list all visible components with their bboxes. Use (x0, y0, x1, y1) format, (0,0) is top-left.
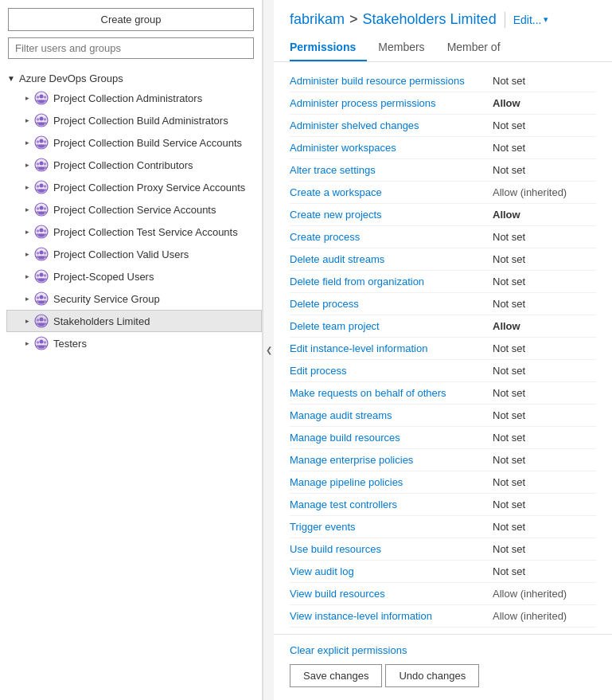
left-panel: Create group ▼ Azure DevOps Groups ▸ (0, 0, 263, 700)
perm-name[interactable]: Manage test controllers (290, 499, 493, 510)
undo-changes-button[interactable]: Undo changes (385, 664, 479, 687)
perm-row: Administer build resource permissionsNot… (290, 70, 596, 92)
perm-name[interactable]: Manage build resources (290, 432, 493, 444)
svg-point-86 (44, 319, 47, 322)
tree-item-pcba[interactable]: ▸ Project Collection Build Administrator… (6, 109, 262, 131)
perm-name[interactable]: Manage audit streams (290, 409, 493, 421)
tabs-row: PermissionsMembersMember of (290, 36, 596, 61)
perm-name[interactable]: Delete team project (290, 320, 493, 332)
edit-chevron-icon: ▾ (544, 14, 548, 25)
svg-point-62 (44, 252, 47, 255)
svg-point-30 (44, 162, 47, 166)
perm-name[interactable]: Administer build resource permissions (290, 75, 493, 87)
perm-row: Manage audit streamsNot set (290, 405, 596, 427)
group-icon (34, 247, 49, 261)
svg-point-39 (43, 189, 48, 191)
create-group-button[interactable]: Create group (8, 8, 254, 31)
group-icon (34, 291, 49, 306)
breadcrumb-separator: > (349, 11, 358, 28)
perm-row: Administer workspacesNot set (290, 137, 596, 159)
perm-value: Not set (493, 387, 596, 399)
perm-name[interactable]: Manage enterprise policies (290, 454, 493, 466)
permissions-area: Administer build resource permissionsNot… (274, 62, 612, 634)
tab-permissions[interactable]: Permissions (290, 36, 367, 61)
tab-memberof[interactable]: Member of (447, 36, 512, 61)
tree-item-pca[interactable]: ▸ Project Collection Administrators (6, 87, 262, 109)
perm-row: Manage test controllersNot set (290, 494, 596, 516)
perm-row: Manage enterprise policiesNot set (290, 449, 596, 471)
edit-button[interactable]: Edit... ▾ (513, 14, 549, 26)
perm-row: Delete processNot set (290, 293, 596, 315)
perm-name[interactable]: Delete process (290, 298, 493, 310)
perm-row: Delete team projectAllow (290, 315, 596, 338)
perm-name[interactable]: View build resources (290, 588, 493, 600)
svg-point-42 (40, 206, 44, 210)
group-icon (34, 135, 49, 150)
svg-point-18 (40, 139, 44, 143)
svg-point-21 (36, 144, 41, 147)
breadcrumb-parent[interactable]: fabrikam (290, 11, 345, 28)
perm-name[interactable]: Create process (290, 231, 493, 243)
perm-name[interactable]: Administer shelved changes (290, 119, 493, 131)
tree-item-sl[interactable]: ▸ Stakeholders Limited (6, 310, 262, 332)
tree-item-pcsa[interactable]: ▸ Project Collection Service Accounts (6, 198, 262, 221)
breadcrumb-current[interactable]: Stakeholders Limited (363, 11, 497, 28)
svg-point-38 (44, 185, 47, 188)
perm-name[interactable]: Delete audit streams (290, 253, 493, 265)
perm-name[interactable]: Administer process permissions (290, 97, 493, 109)
group-icon (34, 314, 49, 328)
svg-point-93 (36, 345, 41, 347)
item-chevron-icon: ▸ (23, 339, 31, 347)
collapse-handle[interactable]: ❮ (263, 0, 274, 700)
perm-value: Not set (493, 253, 596, 265)
perm-name[interactable]: Manage pipeline policies (290, 476, 493, 488)
svg-point-22 (44, 140, 47, 143)
perm-name[interactable]: Administer workspaces (290, 142, 493, 154)
perm-name[interactable]: Trigger events (290, 521, 493, 533)
save-changes-button[interactable]: Save changes (290, 664, 382, 687)
tree-item-pctsa[interactable]: ▸ Project Collection Test Service Accoun… (6, 221, 262, 243)
perm-name[interactable]: Create new projects (290, 209, 493, 221)
tab-members[interactable]: Members (378, 36, 435, 61)
perm-name[interactable]: Delete field from organization (290, 276, 493, 287)
tree-item-label: Security Service Group (53, 293, 160, 305)
svg-point-6 (44, 96, 47, 99)
tree-item-pcbsa[interactable]: ▸ Project Collection Build Service Accou… (6, 131, 262, 154)
tree-item-ssg[interactable]: ▸ Security Service Group (6, 287, 262, 310)
tree-group-chevron: ▼ (6, 74, 16, 84)
tree-item-pcvu[interactable]: ▸ Project Collection Valid Users (6, 243, 262, 265)
perm-row: Create a workspaceAllow (inherited) (290, 182, 596, 204)
perm-name[interactable]: Alter trace settings (290, 164, 493, 176)
perm-value: Allow (493, 97, 596, 109)
perm-name[interactable]: Make requests on behalf of others (290, 387, 493, 399)
tree-item-label: Testers (53, 338, 87, 350)
perm-row: Alter trace settingsNot set (290, 159, 596, 182)
tree-group-header[interactable]: ▼ Azure DevOps Groups (0, 70, 262, 87)
perm-value: Not set (493, 365, 596, 377)
perm-name[interactable]: View instance-level information (290, 610, 493, 622)
perm-name[interactable]: Use build resources (290, 543, 493, 555)
perm-name[interactable]: View audit log (290, 565, 493, 577)
tree-item-label: Stakeholders Limited (53, 315, 150, 327)
perm-row: Use build resourcesNot set (290, 538, 596, 561)
perm-row: View build resourcesAllow (inherited) (290, 583, 596, 605)
perm-name[interactable]: Create a workspace (290, 186, 493, 198)
filter-input[interactable] (8, 37, 254, 59)
tree-item-pcc[interactable]: ▸ Project Collection Contributors (6, 154, 262, 176)
perm-row: Create new projectsAllow (290, 204, 596, 226)
perm-row: View system synchronization informationN… (290, 628, 596, 634)
clear-permissions-link[interactable]: Clear explicit permissions (290, 644, 407, 656)
perm-row: Manage pipeline policiesNot set (290, 471, 596, 494)
tree-item-test[interactable]: ▸ Testers (6, 332, 262, 354)
tree-item-pcpsa[interactable]: ▸ Project Collection Proxy Service Accou… (6, 176, 262, 198)
perm-row: Manage build resourcesNot set (290, 427, 596, 449)
perm-value: Not set (493, 142, 596, 154)
edit-label: Edit... (513, 14, 542, 26)
tree-group-label: Azure DevOps Groups (19, 72, 123, 84)
perm-name[interactable]: Edit instance-level information (290, 342, 493, 354)
tree-item-psu[interactable]: ▸ Project-Scoped Users (6, 265, 262, 287)
svg-point-7 (43, 100, 48, 102)
svg-point-23 (43, 144, 48, 147)
group-icon (34, 91, 49, 105)
perm-name[interactable]: Edit process (290, 365, 493, 377)
